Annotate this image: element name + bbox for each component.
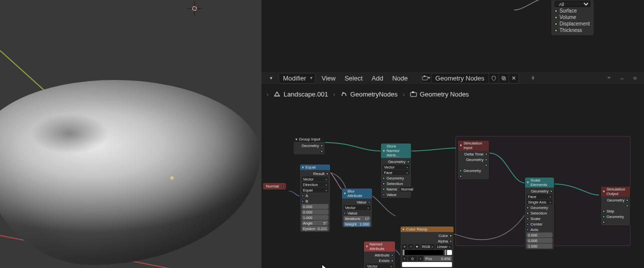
node-group-input[interactable]: ▾Group Input Geometry	[293, 136, 325, 155]
socket-icon[interactable]	[391, 254, 394, 256]
breadcrumb-item-object[interactable]: Landscape.001	[274, 90, 328, 98]
pin-button[interactable]	[528, 73, 538, 83]
tree-name-field[interactable]: Geometry Nodes	[431, 73, 489, 84]
menu-view[interactable]: View	[318, 74, 338, 83]
ramp-position-slider[interactable]: Pos0.858	[424, 256, 452, 261]
ramp-stop[interactable]	[444, 249, 447, 256]
ramp-add-button[interactable]: +	[402, 244, 407, 249]
ramp-stop[interactable]	[402, 249, 405, 256]
socket-icon[interactable]	[485, 158, 488, 161]
value-slider[interactable]: 0.000	[302, 204, 328, 209]
socket-icon[interactable]	[526, 212, 529, 214]
type-select[interactable]: Vector	[302, 176, 328, 182]
socket-icon[interactable]	[460, 175, 462, 178]
value-slider[interactable]: 1.000	[526, 244, 552, 248]
socket-icon[interactable]	[526, 223, 529, 226]
node-editor[interactable]: All Surface Volume Displacement Thicknes…	[262, 0, 644, 268]
node-compare-equal[interactable]: ▾Equal Result Vector Direction Equal A B…	[300, 164, 330, 232]
node-color-ramp[interactable]: ▾Color Ramp Color Alpha + − ▾ RGB Linear…	[400, 226, 454, 268]
menu-select[interactable]: Select	[342, 74, 366, 83]
ramp-remove-button[interactable]: −	[408, 244, 413, 249]
menu-node[interactable]: Node	[389, 74, 410, 83]
shield-icon[interactable]	[489, 73, 499, 84]
socket-icon[interactable]	[302, 200, 304, 202]
socket-icon[interactable]	[602, 221, 605, 224]
node-blur-attribute[interactable]: ▾Blur Attribute Value Vector Value Itera…	[342, 188, 372, 228]
socket-icon[interactable]	[450, 240, 452, 242]
socket-icon[interactable]	[602, 210, 605, 212]
overlay-button[interactable]	[630, 73, 640, 83]
node-simulation-input[interactable]: ▾Simulation Input Delta Time Geometry Ge…	[458, 140, 490, 180]
operation-select[interactable]: Equal	[302, 188, 328, 192]
socket-icon[interactable]	[550, 190, 552, 192]
type-select[interactable]: Vector	[344, 205, 370, 210]
socket-icon[interactable]	[391, 260, 394, 262]
duplicate-icon[interactable]	[499, 73, 509, 84]
socket-icon[interactable]	[320, 144, 323, 147]
node-canvas[interactable]: ▾Group Input Geometry ▾Equal Result Vect…	[262, 100, 644, 268]
socket-icon[interactable]	[526, 206, 529, 209]
socket-icon[interactable]	[602, 216, 605, 218]
node-named-attribute[interactable]: ▾Named Attribute Attribute Exists Vector…	[364, 241, 396, 268]
angle-slider[interactable]: Angle5°	[302, 220, 328, 226]
terrain-mesh[interactable]	[0, 80, 260, 265]
socket-icon[interactable]	[626, 199, 628, 202]
socket-icon[interactable]	[485, 153, 488, 156]
type-select[interactable]: Vector	[382, 164, 410, 170]
node-scale-elements[interactable]: ▾Scale Elements Geometry Face Single Axi…	[524, 177, 554, 250]
weight-slider[interactable]: Weight1.000	[344, 222, 370, 226]
unlink-button[interactable]: ✕	[509, 73, 519, 84]
breadcrumb-item-modifier[interactable]: GeometryNodes	[340, 90, 398, 98]
socket-icon[interactable]	[626, 204, 628, 207]
ramp-next-button[interactable]: ›	[418, 256, 423, 261]
socket-icon[interactable]	[485, 164, 488, 166]
colormode-select[interactable]: RGB	[420, 244, 434, 249]
name-field[interactable]: Normal	[400, 186, 414, 192]
material-output-node[interactable]: All Surface Volume Displacement Thicknes…	[551, 0, 594, 36]
ramp-gradient[interactable]	[402, 250, 452, 255]
mode-select[interactable]: Single Axis	[526, 200, 552, 204]
value-slider[interactable]: 0.000	[526, 232, 552, 238]
socket-icon[interactable]	[368, 201, 370, 204]
socket-icon[interactable]	[326, 172, 328, 175]
domain-select[interactable]: Face	[382, 170, 410, 175]
iterations-slider[interactable]: Iterations17	[344, 216, 370, 221]
node-simulation-output[interactable]: ▾Simulation Output Geometry Skip Geometr…	[600, 186, 630, 226]
breadcrumb-item-tree[interactable]: Geometry Nodes	[410, 90, 469, 98]
socket-icon[interactable]	[382, 194, 385, 196]
socket-icon[interactable]	[382, 182, 385, 185]
parent-nodetree-button[interactable]	[604, 73, 614, 83]
socket-icon[interactable]	[382, 177, 385, 180]
menu-add[interactable]: Add	[368, 74, 386, 83]
socket-icon[interactable]	[344, 212, 346, 214]
ramp-tools-button[interactable]: ▾	[414, 244, 420, 249]
domain-select[interactable]: Face	[526, 194, 552, 199]
socket-icon[interactable]	[302, 194, 304, 197]
socket-icon[interactable]	[382, 188, 385, 190]
tree-browse-button[interactable]: ▾	[421, 73, 431, 83]
mode-select[interactable]: Modifier	[278, 73, 316, 84]
value-slider[interactable]: 0.000	[302, 210, 328, 214]
socket-icon[interactable]	[450, 234, 452, 237]
socket-icon[interactable]	[407, 160, 410, 163]
epsilon-slider[interactable]: Epsilon0.221	[302, 226, 328, 231]
output-target-select[interactable]: All	[554, 1, 590, 7]
direction-select[interactable]: Direction	[302, 182, 328, 187]
socket-icon[interactable]	[320, 150, 323, 152]
socket-icon[interactable]	[526, 218, 529, 220]
ramp-color-swatch[interactable]	[402, 262, 452, 267]
node-store-named-attribute[interactable]: ▾Store Named Attrib... Geometry Vector F…	[380, 143, 412, 198]
value-slider[interactable]: 0.000	[526, 238, 552, 243]
ramp-index[interactable]: 0	[408, 256, 417, 261]
ramp-prev-button[interactable]: ‹	[402, 256, 407, 261]
interpolation-select[interactable]: Linear	[436, 244, 452, 249]
editor-type-select[interactable]: ▾	[266, 73, 276, 83]
viewport-3d[interactable]	[0, 0, 262, 268]
type-select[interactable]: Vector	[366, 264, 394, 268]
node-normal-input[interactable]: Normal	[263, 183, 286, 190]
value-slider[interactable]: 1.000	[302, 215, 328, 220]
socket-icon[interactable]	[460, 170, 462, 172]
socket-icon[interactable]	[526, 228, 529, 231]
snap-button[interactable]	[617, 73, 627, 83]
socket-icon[interactable]	[282, 185, 285, 188]
